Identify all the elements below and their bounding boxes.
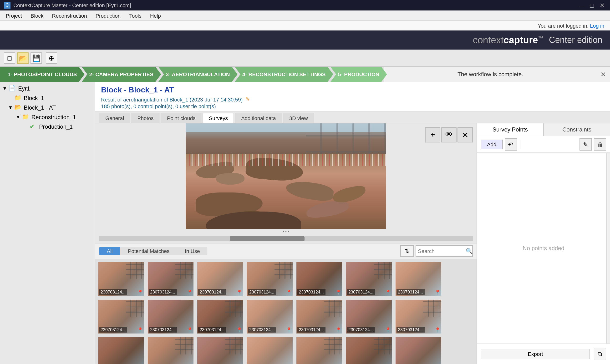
workflow-tab-2-label: 2- CAMERA PROPERTIES [89,71,154,77]
sidebar-item-prod1-label: Production_1 [39,123,73,130]
filter-tab-potential-matches[interactable]: Potential Matches [120,247,177,255]
photo-thumb[interactable]: 230703124...📍 [196,299,244,335]
toolbar-new-button[interactable]: □ [4,52,15,64]
panel-scrollbar[interactable] [606,153,610,343]
photo-thumb[interactable]: 230703124...📍 [196,336,244,364]
thumb-icon: 📍 [336,327,341,333]
photo-thumb[interactable]: 230703124...📍 [395,336,442,364]
undo-button[interactable]: ↶ [505,138,517,151]
image-placeholder: 📍 Accept position 🗑 [186,123,386,229]
scrollbar-handle[interactable] [230,236,305,241]
sidebar-item-block1[interactable]: 📁 Block_1 [0,93,95,103]
photo-thumb[interactable]: 230703124...📍 [246,336,294,364]
tab-point-clouds[interactable]: Point clouds [161,113,202,123]
toolbar-open-button[interactable]: 📂 [17,52,29,64]
close-view-button[interactable]: ✕ [457,127,473,143]
photo-thumb[interactable]: 230703124...📍 [97,261,145,297]
photo-thumb[interactable]: 230703124...📍 [147,336,195,364]
thumb-label: 230703124... [248,327,276,333]
filter-tab-all[interactable]: All [99,247,120,255]
add-survey-point-button[interactable]: Add [481,140,503,149]
menu-project[interactable]: Project [2,12,26,19]
panel-tab-survey-points[interactable]: Survey Points [477,123,544,136]
thumb-icon: 📍 [336,290,341,295]
panel-divider [520,140,520,149]
photo-thumb[interactable]: 230703124...📍 [147,299,195,335]
minimize-button[interactable]: — [577,2,586,9]
check-icon: ✔ [29,123,37,130]
add-point-button[interactable]: + [425,127,440,143]
sidebar-item-recon1[interactable]: ▼ 📁 Reconstruction_1 [0,112,95,122]
view-button[interactable]: 👁 [441,127,456,143]
workflow-close-button[interactable]: ✕ [597,67,610,82]
tab-3d-view[interactable]: 3D view [283,113,314,123]
photo-thumb[interactable]: 230703124...📍 [246,261,294,297]
thumb-icon: 📍 [286,290,292,295]
workflow-tab-3[interactable]: 3- AEROTRIANGULATION [158,67,238,82]
tab-additional-data[interactable]: Additional data [235,113,282,123]
no-points-text: No points added [523,245,564,252]
image-scrollbar[interactable] [99,236,473,241]
photo-thumb[interactable]: 230703124...📍 [296,261,343,297]
photo-thumb[interactable]: 230703124...📍 [345,261,393,297]
sidebar-item-block1-at[interactable]: ▼ 📂 Block_1 - AT [0,103,95,112]
tab-surveys[interactable]: Surveys [203,113,234,123]
panel-tab-constraints[interactable]: Constraints [544,123,610,136]
workflow-bar: 1- PHOTOS/POINT CLOUDS 2- CAMERA PROPERT… [0,67,610,82]
thumb-icon: 📍 [435,327,440,333]
delete-point-button[interactable]: 🗑 [594,138,606,151]
menu-help[interactable]: Help [146,12,165,19]
edit-point-button[interactable]: ✎ [580,138,592,151]
copy-button[interactable]: ⧉ [594,348,606,360]
close-button[interactable]: ✕ [598,2,606,9]
menu-reconstruction[interactable]: Reconstruction [48,12,91,19]
workflow-tab-5[interactable]: 5- PRODUCTION [330,67,387,82]
sidebar-item-eyr1[interactable]: ▼ 📄 Eyr1 [0,84,95,93]
menu-tools[interactable]: Tools [125,12,145,19]
photo-thumb[interactable]: 230703124...📍 [97,336,145,364]
photo-thumb[interactable]: 230703124...📍 [345,336,393,364]
panel-content: No points added [477,153,610,343]
photo-thumb[interactable]: 230703124...📍 [246,299,294,335]
expand-icon: ▼ [15,114,21,120]
thumb-label: 230703124... [248,289,276,295]
titlebar-controls[interactable]: — □ ✕ [577,2,606,9]
main-layout: ▼ 📄 Eyr1 📁 Block_1 ▼ 📂 Block_1 - AT ▼ 📁 … [0,82,610,364]
tab-general[interactable]: General [99,113,130,123]
menu-block[interactable]: Block [27,12,47,19]
thumb-icon: 📍 [236,327,242,333]
login-link[interactable]: Log in [590,23,604,28]
workflow-tab-4[interactable]: 4- RECONSTRUCTION SETTINGS [235,67,333,82]
login-bar: You are not logged in. Log in [0,21,610,30]
expand-icon [23,124,29,130]
right-panel: Survey Points Constraints Add ↶ ✎ 🗑 No p… [477,123,610,364]
main-image: 📍 Accept position 🗑 [95,123,477,229]
export-button[interactable]: Export [481,349,590,359]
brand-tm: ™ [538,35,543,40]
sidebar-item-eyr1-label: Eyr1 [18,85,30,92]
photo-thumb[interactable]: 230703124...📍 [296,336,343,364]
titlebar: C ContextCapture Master - Center edition… [0,0,610,11]
workflow-tab-2[interactable]: 2- CAMERA PROPERTIES [82,67,161,82]
photo-thumb[interactable]: 230703124...📍 [395,261,442,297]
photo-thumb[interactable]: 230703124...📍 [296,299,343,335]
photo-thumb[interactable]: 230703124...📍 [97,299,145,335]
photo-thumb[interactable]: 230703124...📍 [147,261,195,297]
photo-thumb[interactable]: 230703124...📍 [196,261,244,297]
filter-tab-in-use[interactable]: In Use [177,247,208,255]
workflow-tab-4-label: 4- RECONSTRUCTION SETTINGS [242,71,326,77]
thumb-icon: 📍 [385,327,391,333]
toolbar-extra-button[interactable]: ⊕ [46,52,57,64]
photo-thumb[interactable]: 230703124...📍 [395,299,442,335]
edit-icon[interactable]: ✎ [246,96,250,103]
maximize-button[interactable]: □ [589,2,595,9]
sidebar-item-prod1[interactable]: ✔ Production_1 [0,122,95,131]
tab-photos[interactable]: Photos [131,113,160,123]
search-input[interactable] [418,248,466,254]
app-icon: C [4,2,11,9]
menu-production[interactable]: Production [92,12,124,19]
workflow-tab-1[interactable]: 1- PHOTOS/POINT CLOUDS [0,67,85,82]
sort-button[interactable]: ⇅ [400,245,414,257]
toolbar-save-button[interactable]: 💾 [30,52,42,64]
photo-thumb[interactable]: 230703124...📍 [345,299,393,335]
